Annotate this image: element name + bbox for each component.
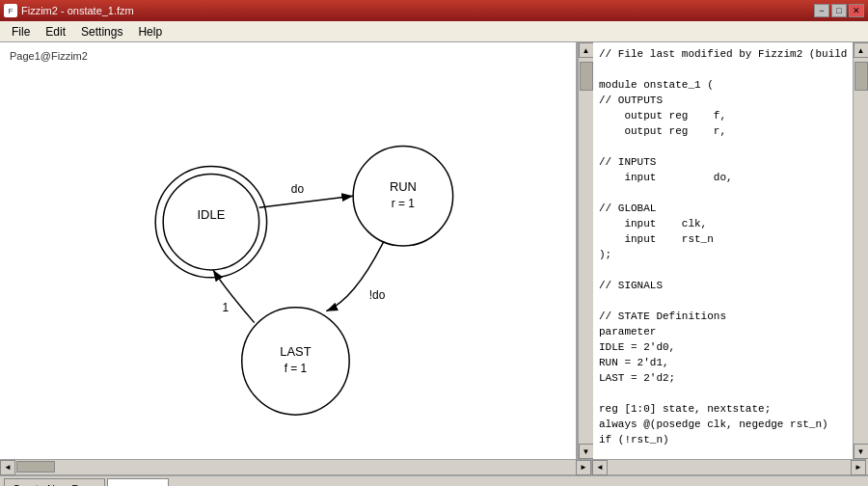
app-icon: F: [4, 4, 17, 17]
close-button[interactable]: ✕: [849, 4, 864, 17]
scroll-thumb[interactable]: [580, 62, 593, 91]
code-content: // File last modified by Fizzim2 (build …: [593, 42, 853, 459]
menu-settings[interactable]: Settings: [73, 23, 130, 40]
scroll-up-button[interactable]: ▲: [579, 42, 594, 58]
svg-text:RUN: RUN: [390, 179, 417, 194]
code-line-2: module onstate_1 ( // OUTPUTS output reg…: [599, 79, 828, 446]
titlebar-text: Fizzim2 - onstate_1.fzm: [21, 5, 134, 16]
hscroll-track[interactable]: [15, 460, 576, 474]
main-container: Page1@Fizzim2 IDLE RUN r = 1 LAST f = 1 …: [0, 42, 868, 459]
create-new-page-button[interactable]: Create New Page: [4, 478, 105, 486]
diagram-svg: IDLE RUN r = 1 LAST f = 1 do !do 1: [0, 42, 576, 459]
svg-text:!do: !do: [369, 288, 386, 302]
minimize-button[interactable]: −: [814, 4, 829, 17]
svg-text:do: do: [291, 182, 305, 196]
titlebar-controls: − □ ✕: [814, 4, 864, 17]
code-scroll-down-button[interactable]: ▼: [854, 444, 869, 459]
scroll-down-button[interactable]: ▼: [579, 444, 594, 459]
hscroll-right-button[interactable]: ►: [576, 460, 591, 475]
canvas-area[interactable]: Page1@Fizzim2 IDLE RUN r = 1 LAST f = 1 …: [0, 42, 578, 459]
hscroll-thumb[interactable]: [16, 461, 55, 472]
svg-text:LAST: LAST: [280, 344, 311, 359]
canvas-hscroll[interactable]: ◄ ►: [0, 459, 591, 474]
code-scroll-thumb[interactable]: [854, 62, 868, 91]
code-hscroll-left-button[interactable]: ◄: [592, 460, 608, 475]
menu-file[interactable]: File: [4, 23, 38, 40]
titlebar-title: F Fizzim2 - onstate_1.fzm: [4, 4, 134, 17]
code-comment-line: // File last modified by Fizzim2 (build …: [599, 48, 853, 60]
hscroll-left-button[interactable]: ◄: [0, 460, 15, 475]
code-scroll-up-button[interactable]: ▲: [854, 42, 869, 58]
titlebar: F Fizzim2 - onstate_1.fzm − □ ✕: [0, 0, 868, 21]
svg-line-10: [259, 196, 354, 207]
svg-text:1: 1: [223, 301, 230, 314]
code-scroll-area: // File last modified by Fizzim2 (build …: [593, 42, 868, 459]
menubar: File Edit Settings Help: [0, 21, 868, 42]
svg-text:IDLE: IDLE: [198, 207, 226, 222]
maximize-button[interactable]: □: [831, 4, 847, 17]
svg-text:r = 1: r = 1: [392, 197, 416, 210]
page1-tab[interactable]: Page 1 x: [107, 478, 169, 486]
svg-text:f = 1: f = 1: [285, 362, 308, 375]
scroll-row: ◄ ► ◄ ►: [0, 459, 868, 474]
code-panel: // File last modified by Fizzim2 (build …: [593, 42, 868, 459]
menu-edit[interactable]: Edit: [38, 23, 73, 40]
code-hscroll-right-button[interactable]: ►: [851, 460, 866, 475]
code-hscroll[interactable]: ◄ ►: [591, 459, 866, 474]
canvas-vscroll[interactable]: ▲ ▼: [578, 42, 593, 459]
menu-help[interactable]: Help: [130, 23, 170, 40]
bottom-bar: Create New Page Page 1 x: [0, 474, 868, 486]
code-vscroll[interactable]: ▲ ▼: [853, 42, 868, 459]
